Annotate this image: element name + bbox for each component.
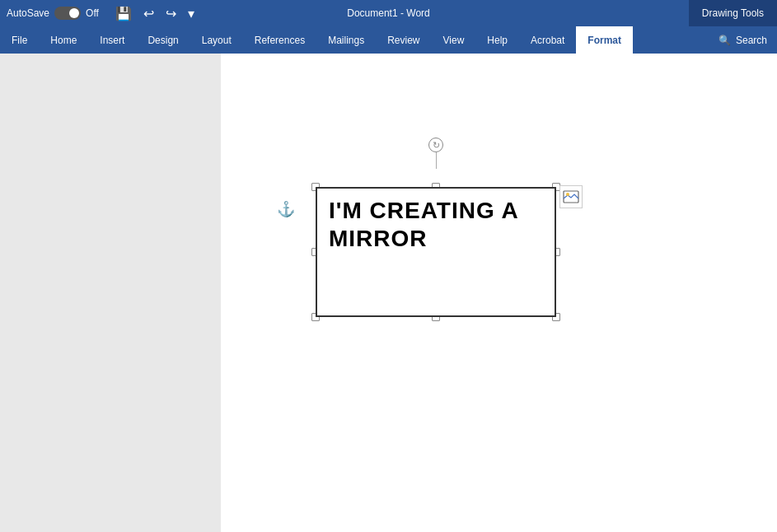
save-icon[interactable]: 💾: [112, 4, 135, 23]
menu-view[interactable]: View: [432, 26, 476, 54]
autosave-toggle[interactable]: [54, 7, 81, 20]
menu-insert[interactable]: Insert: [88, 26, 136, 54]
search-label: Search: [736, 35, 767, 46]
main-area: ⚓ ↻: [0, 54, 777, 532]
undo-icon[interactable]: ↩: [140, 4, 157, 23]
toggle-knob: [69, 8, 79, 18]
menu-layout[interactable]: Layout: [190, 26, 243, 54]
svg-point-1: [566, 193, 569, 196]
image-layout-icon: [563, 190, 579, 203]
rotate-line: [436, 152, 437, 169]
title-bar-actions: 💾 ↩ ↪ ▾: [112, 4, 198, 23]
page: ⚓ ↻: [221, 54, 777, 532]
rotate-handle-group[interactable]: ↻: [428, 138, 443, 169]
textbox-text-line1: I'M CREATING A: [329, 197, 543, 225]
menu-help[interactable]: Help: [475, 26, 519, 54]
textbox-selection[interactable]: I'M CREATING A MIRROR: [316, 187, 556, 317]
menu-mailings[interactable]: Mailings: [316, 26, 376, 54]
search-icon: 🔍: [718, 35, 731, 46]
autosave-group: AutoSave Off: [7, 7, 99, 20]
drawing-tools-tab: Drawing Tools: [689, 0, 777, 26]
redo-icon[interactable]: ↪: [162, 4, 180, 23]
menu-acrobat[interactable]: Acrobat: [519, 26, 576, 54]
document-area[interactable]: ⚓ ↻: [221, 54, 777, 532]
title-bar: AutoSave Off 💾 ↩ ↪ ▾ Document1 - Word Dr…: [0, 0, 777, 26]
rotate-handle[interactable]: ↻: [428, 138, 443, 152]
anchor-icon: ⚓: [277, 200, 295, 218]
sidebar: [0, 54, 221, 532]
ribbon-menu: File Home Insert Design Layout Reference…: [0, 26, 777, 54]
autosave-state: Off: [86, 7, 99, 19]
textbox-wrapper[interactable]: ↻ I'M CREATING A: [316, 169, 556, 317]
textbox-text-line2: MIRROR: [329, 225, 543, 253]
menu-home[interactable]: Home: [39, 26, 88, 54]
menu-design[interactable]: Design: [136, 26, 190, 54]
image-layout-button[interactable]: [559, 185, 583, 208]
textbox-inner[interactable]: I'M CREATING A MIRROR: [316, 187, 556, 317]
search-button[interactable]: 🔍 Search: [709, 26, 777, 54]
menu-file[interactable]: File: [0, 26, 39, 54]
document-title: Document1 - Word: [347, 7, 429, 19]
autosave-label: AutoSave: [7, 7, 49, 19]
menu-format[interactable]: Format: [576, 26, 633, 54]
menu-review[interactable]: Review: [376, 26, 431, 54]
customize-icon[interactable]: ▾: [185, 4, 198, 23]
menu-references[interactable]: References: [243, 26, 316, 54]
